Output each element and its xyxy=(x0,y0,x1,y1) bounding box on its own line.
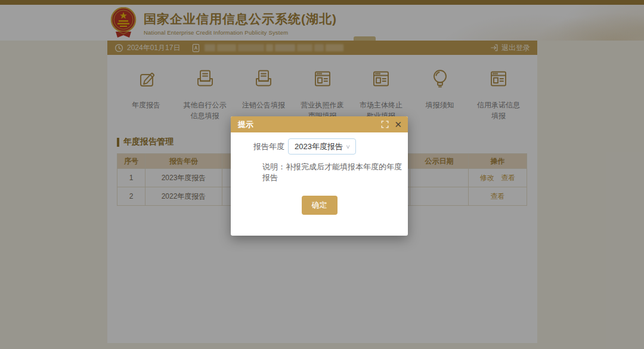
dialog-header: 提示 ✕ xyxy=(231,116,408,132)
dialog-note: 说明：补报完成后才能填报本年度的年度报告 xyxy=(262,162,408,183)
report-year-selected-value: 2023年度报告 xyxy=(295,141,345,152)
page: 国家企业信用信息公示系统(湖北) National Enterprise Cre… xyxy=(0,0,644,349)
chevron-down-icon: ∨ xyxy=(345,143,351,150)
prompt-dialog: 提示 ✕ 报告年度 2023年度报告 ∨ 说明：补报完成后才能填报本年度的年度报… xyxy=(231,116,408,236)
fullscreen-icon[interactable] xyxy=(381,121,389,128)
dialog-title: 提示 xyxy=(238,119,253,130)
report-year-label: 报告年度 xyxy=(253,141,284,152)
close-icon[interactable]: ✕ xyxy=(394,120,402,129)
dialog-body: 报告年度 2023年度报告 ∨ 说明：补报完成后才能填报本年度的年度报告 确定 xyxy=(231,132,408,236)
report-year-select[interactable]: 2023年度报告 ∨ xyxy=(288,138,356,155)
confirm-button[interactable]: 确定 xyxy=(302,196,338,215)
